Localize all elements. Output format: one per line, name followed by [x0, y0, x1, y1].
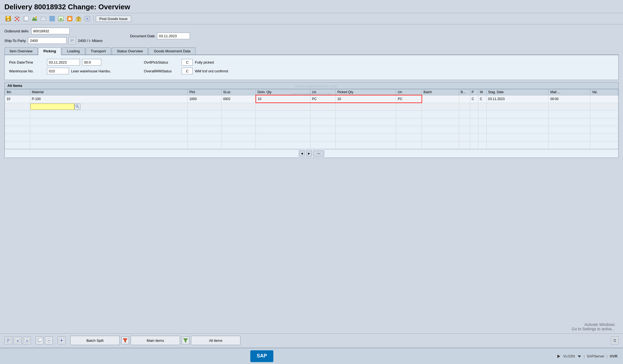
- post-goods-issue-button[interactable]: Post Goods Issue: [96, 16, 131, 22]
- copy-icon[interactable]: [22, 15, 30, 22]
- tab-goods-movement[interactable]: Goods Movement Data: [148, 47, 196, 55]
- svg-text:⊟: ⊟: [26, 339, 28, 342]
- svg-rect-13: [50, 16, 52, 18]
- bottom-icon-6[interactable]: [58, 337, 65, 344]
- cell-plnt-empty: [187, 103, 221, 110]
- tab-picking[interactable]: Picking: [38, 47, 61, 55]
- table-row-empty-3: [5, 126, 618, 133]
- cell-picked-qty: 10: [336, 95, 396, 103]
- cell-w-empty: [478, 103, 486, 110]
- warehouse-desc: Lean warehouse Hambu.: [71, 69, 111, 73]
- pick-time-input[interactable]: [82, 59, 101, 66]
- col-picked-un: Un: [396, 89, 422, 95]
- svg-rect-9: [24, 16, 28, 21]
- pick-date-label: Pick Date/Time: [9, 60, 45, 64]
- cell-stag-date: 03.11.2023: [486, 95, 549, 103]
- bottom-icon-4[interactable]: [36, 337, 43, 344]
- ship-to-input[interactable]: [28, 37, 66, 44]
- pick-date-input[interactable]: [47, 59, 80, 66]
- cell-p: C: [470, 95, 478, 103]
- batch-split-button[interactable]: Batch Split: [70, 336, 120, 345]
- separator2: |: [607, 354, 607, 358]
- cell-b: [459, 95, 470, 103]
- table-header-row: Itm Material Plnt SLoc Deliv. Qty Un Pic…: [5, 89, 618, 95]
- activate-line2: Go to Settings to activa...: [572, 327, 615, 331]
- ovrl-pick-status[interactable]: [182, 59, 193, 66]
- settings-icon[interactable]: ≡: [83, 15, 91, 22]
- toolbar: ≡ Post Goods Issue: [0, 13, 623, 24]
- outbound-deliv-input[interactable]: [31, 28, 70, 34]
- cell-val-empty: [590, 103, 618, 110]
- filter-icon[interactable]: [121, 337, 129, 344]
- picking-fields: Pick Date/Time Warehouse No. Lean wareho…: [9, 59, 614, 74]
- main-items-button[interactable]: Main items: [131, 336, 180, 345]
- svg-line-32: [78, 107, 79, 108]
- col-p: P: [470, 89, 478, 95]
- col-un: Un: [310, 89, 336, 95]
- outbox-icon[interactable]: [57, 15, 65, 22]
- svg-rect-15: [50, 19, 52, 21]
- warehouse-input[interactable]: [47, 68, 69, 74]
- cell-val: [590, 95, 618, 103]
- bottom-icon-right[interactable]: [611, 337, 619, 344]
- warehouse-label: Warehouse No.: [9, 69, 45, 73]
- cell-deliv-qty: 10: [256, 95, 310, 103]
- svg-rect-1: [7, 16, 9, 18]
- bottom-icon-2[interactable]: ⊞: [14, 337, 21, 344]
- svg-marker-55: [557, 355, 560, 358]
- grid-icon[interactable]: [48, 15, 56, 22]
- cell-sloc-empty: [221, 103, 256, 110]
- export-icon[interactable]: [182, 337, 189, 344]
- material-lookup-btn[interactable]: [74, 104, 80, 110]
- cell-sloc: 0002: [221, 95, 256, 103]
- bottom-icon-5[interactable]: +: [45, 337, 53, 344]
- header-section: Outbound deliv. Ship-To Party 2400 / I- …: [0, 24, 623, 163]
- cell-p-empty: [470, 103, 478, 110]
- tab-status-overview[interactable]: Status Overview: [112, 47, 148, 55]
- arrow-up-icon[interactable]: [66, 15, 74, 22]
- cell-batch-empty: [422, 103, 459, 110]
- mail-icon[interactable]: [40, 15, 47, 22]
- dropdown-icon[interactable]: [577, 354, 582, 359]
- scroll-minus-btn[interactable]: —: [313, 150, 324, 157]
- doc-date-label: Document Date: [130, 34, 155, 38]
- cell-matl: 00:00: [549, 95, 590, 103]
- delete-icon[interactable]: [13, 15, 21, 22]
- tab-loading[interactable]: Loading: [62, 47, 85, 55]
- material-input-field[interactable]: [30, 104, 74, 110]
- tab-item-overview[interactable]: Item Overview: [4, 47, 38, 55]
- overall-wm-status[interactable]: [182, 68, 193, 74]
- cell-material: P-100: [30, 95, 188, 103]
- scroll-left-btn[interactable]: ◄: [299, 150, 305, 157]
- all-items-button[interactable]: All items: [191, 336, 240, 345]
- bottom-icon-1[interactable]: [4, 337, 12, 344]
- activate-windows: Activate Windows Go to Settings to activ…: [572, 322, 615, 331]
- col-w: W: [478, 89, 486, 95]
- svg-text:≡: ≡: [86, 17, 88, 21]
- ship-to-lookup-icon[interactable]: [69, 37, 76, 44]
- home-icon[interactable]: [75, 15, 82, 22]
- ship-to-label: Ship-To Party: [4, 39, 26, 43]
- svg-rect-7: [16, 16, 18, 17]
- system-label: VLO2N: [563, 354, 575, 358]
- cell-material-input[interactable]: [30, 103, 188, 110]
- svg-text:⊞: ⊞: [16, 339, 19, 342]
- svg-text:+: +: [48, 339, 50, 343]
- navigate-icon[interactable]: [31, 15, 38, 22]
- svg-marker-49: [183, 339, 188, 343]
- cell-w: C: [478, 95, 486, 103]
- scroll-right-btn[interactable]: ►: [306, 150, 312, 157]
- col-b: B...: [459, 89, 470, 95]
- bottom-icon-3[interactable]: ⊟: [23, 337, 31, 344]
- svg-point-31: [76, 105, 78, 107]
- table-row-empty-2: [5, 118, 618, 126]
- activate-line1: Activate Windows: [572, 322, 615, 327]
- ovrl-pick-row: OvrllPickStatus Fully picked: [144, 59, 228, 66]
- tab-transport[interactable]: Transport: [86, 47, 111, 55]
- svg-point-11: [35, 16, 37, 18]
- cell-batch: [422, 95, 459, 103]
- svg-rect-16: [52, 19, 55, 21]
- doc-date-input[interactable]: [157, 33, 190, 39]
- save-icon[interactable]: [4, 15, 12, 22]
- picking-left-col: Pick Date/Time Warehouse No. Lean wareho…: [9, 59, 111, 74]
